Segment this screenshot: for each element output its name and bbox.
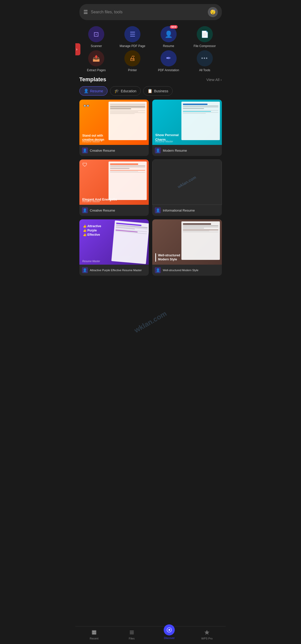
template-card-well-structured[interactable]: Well-structuredModern Style <box>152 219 222 276</box>
nav-files[interactable]: Files <box>113 629 150 640</box>
mock-doc-3 <box>109 162 147 200</box>
attractive-items: 👍 Attractive 👍 Purple 👍 Effective <box>83 224 101 237</box>
tool-extract-pages[interactable]: 📤 Extract Pages <box>79 50 114 72</box>
tool-printer[interactable]: 🖨 Printer <box>115 50 149 72</box>
mock-doc-6 <box>181 221 220 260</box>
svg-rect-6 <box>130 632 134 633</box>
scanner-icon-wrapper: ⊡ <box>88 26 104 42</box>
card-icon-creative-1: 👤 <box>82 147 88 153</box>
files-label: Files <box>129 637 135 640</box>
mock-doc-2 <box>181 102 220 140</box>
tool-file-compressor[interactable]: 📄 File Compressor <box>188 26 222 48</box>
attractive-item-1: 👍 Attractive <box>83 224 101 228</box>
avatar[interactable]: 😴 <box>208 7 218 17</box>
template-card-creative-1[interactable]: 👓 Stand out withcreative design Resume M… <box>79 100 149 156</box>
card-tagline-brown: Well-structuredModern Style <box>155 253 180 262</box>
card-name-purple: Attractive Purple Effective Resume Maste… <box>90 269 142 272</box>
template-card-attractive-purple[interactable]: 👍 Attractive 👍 Purple 👍 Effective Resume… <box>79 219 149 276</box>
discover-icon <box>164 624 175 635</box>
template-card-informational[interactable]: wklan.com 👤 Informational Resume <box>152 159 222 216</box>
bottom-nav: Recent Files Discover <box>75 626 226 644</box>
svg-marker-13 <box>205 630 210 635</box>
nav-discover[interactable]: Discover <box>150 629 188 640</box>
template-thumb-brown: Well-structuredModern Style <box>152 219 222 265</box>
nav-arrow[interactable]: › <box>75 43 80 55</box>
manage-pdf-icon-wrapper: ☰ <box>124 26 140 42</box>
resume-tab-icon: 👤 <box>84 89 89 93</box>
template-thumb-creative-1: 👓 Stand out withcreative design Resume M… <box>79 100 149 145</box>
extract-pages-label: Extract Pages <box>87 68 106 72</box>
recent-label: Recent <box>90 637 98 640</box>
manage-pdf-label: Manage PDF Page <box>120 44 145 48</box>
template-card-creative-2[interactable]: 🛡 Elegant And Energetic Resume Master <box>79 159 149 216</box>
template-card-modern[interactable]: Show PersonalCharm Resume Master <box>152 100 222 156</box>
templates-title: Templates <box>79 76 106 83</box>
card-name-well-structured: Well-structured Modern Style <box>163 269 198 272</box>
tab-education[interactable]: 🎓 Education <box>110 86 141 96</box>
tool-pdf-annotation[interactable]: ✒ PDF Annotation <box>152 50 186 72</box>
svg-rect-1 <box>92 631 94 632</box>
printer-label: Printer <box>128 68 137 72</box>
resume-master-label-2: Resume Master <box>155 140 173 143</box>
templates-header: Templates View All › <box>79 76 222 83</box>
hamburger-icon[interactable]: ☰ <box>83 9 88 15</box>
wps-pro-label: WPS Pro <box>201 637 213 640</box>
recent-icon <box>90 629 97 636</box>
mock-doc-5 <box>111 220 149 264</box>
glasses-icon: 👓 <box>83 103 90 109</box>
discover-label: Discover <box>164 636 175 639</box>
scanner-label: Scanner <box>91 44 102 48</box>
resume-master-label-1: Resume Master <box>82 140 100 143</box>
pdf-annotation-label: PDF Annotation <box>158 68 179 72</box>
svg-rect-0 <box>92 630 96 635</box>
attractive-item-2: 👍 Purple <box>83 229 101 232</box>
card-label-creative-1: 👤 Creative Resume <box>79 145 149 156</box>
tool-resume[interactable]: 👤 NEW Resume <box>152 26 186 48</box>
search-input-placeholder: Search files, tools <box>91 10 205 14</box>
all-tools-label: All Tools <box>199 68 210 72</box>
tab-resume[interactable]: 👤 Resume <box>79 86 108 96</box>
svg-rect-2 <box>94 631 95 632</box>
card-icon-creative-2: 👤 <box>82 207 88 213</box>
card-name-informational: Informational Resume <box>163 209 195 212</box>
card-name-creative-2: Creative Resume <box>90 209 115 212</box>
shield-icon: 🛡 <box>82 162 87 168</box>
card-icon-modern: 👤 <box>155 147 161 153</box>
template-thumb-creative-2: 🛡 Elegant And Energetic Resume Master <box>79 159 149 205</box>
tool-all-tools[interactable]: ••• All Tools <box>188 50 222 72</box>
card-icon-purple: 👤 <box>82 267 88 273</box>
wps-pro-icon <box>204 629 211 636</box>
card-label-purple: 👤 Attractive Purple Effective Resume Mas… <box>79 265 149 276</box>
tool-manage-pdf[interactable]: ☰ Manage PDF Page <box>115 26 149 48</box>
nav-wps-pro[interactable]: WPS Pro <box>188 629 226 640</box>
card-name-creative-1: Creative Resume <box>90 149 115 152</box>
attractive-item-3: 👍 Effective <box>83 233 101 236</box>
resume-label: Resume <box>163 44 174 48</box>
resume-master-label-5: Resume Master <box>82 260 100 263</box>
resume-icon-wrapper: 👤 NEW <box>161 26 177 42</box>
view-all-button[interactable]: View All › <box>206 77 222 82</box>
template-grid: 👓 Stand out withcreative design Resume M… <box>79 100 222 276</box>
card-label-creative-2: 👤 Creative Resume <box>79 205 149 216</box>
search-bar[interactable]: ☰ Search files, tools 😴 <box>79 4 222 20</box>
card-icon-well-structured: 👤 <box>155 267 161 273</box>
file-compressor-label: File Compressor <box>194 44 216 48</box>
file-compressor-icon-wrapper: 📄 <box>197 26 213 42</box>
template-thumb-purple: 👍 Attractive 👍 Purple 👍 Effective Resume… <box>79 219 149 265</box>
mock-doc-1 <box>109 102 147 140</box>
header: ☰ Search files, tools 😴 <box>75 0 226 22</box>
tab-business[interactable]: 📋 Business <box>143 86 173 96</box>
templates-section: Templates View All › 👤 Resume 🎓 Educatio… <box>75 76 226 276</box>
resume-master-label-3: Resume Master <box>82 200 100 203</box>
svg-rect-3 <box>92 633 94 634</box>
template-thumb-informational: wklan.com <box>152 159 222 205</box>
tool-scanner[interactable]: ⊡ Scanner <box>79 26 114 48</box>
nav-recent[interactable]: Recent <box>75 629 113 640</box>
tools-grid: ⊡ Scanner ☰ Manage PDF Page 👤 NEW Resume <box>79 26 222 72</box>
business-tab-icon: 📋 <box>147 89 153 93</box>
card-icon-informational: 👤 <box>155 207 161 213</box>
template-thumb-modern: Show PersonalCharm Resume Master <box>152 100 222 145</box>
all-tools-icon-wrapper: ••• <box>197 50 213 66</box>
svg-rect-7 <box>130 633 134 634</box>
card-label-informational: 👤 Informational Resume <box>152 205 222 216</box>
